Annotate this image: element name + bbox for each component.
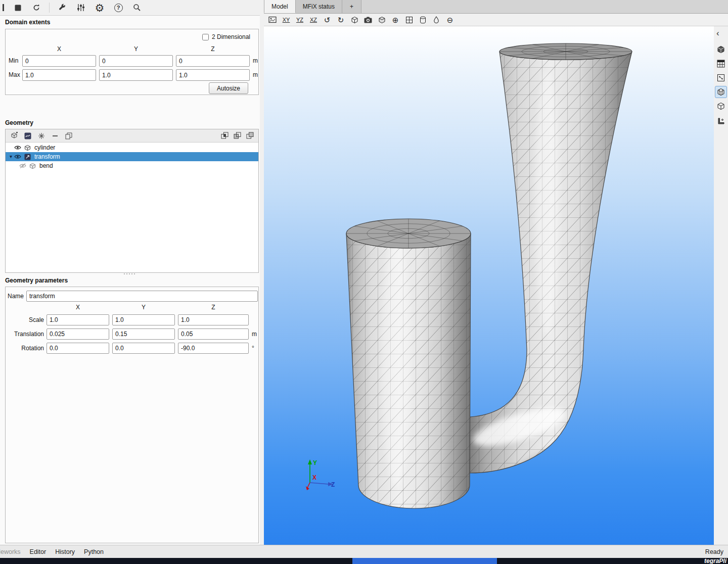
stl-geometry-icon (24, 145, 34, 151)
rail-ruler-button[interactable] (715, 115, 727, 127)
translation-x-input[interactable] (47, 328, 109, 340)
pause-button[interactable] (1, 2, 5, 14)
rotation-y-input[interactable] (112, 343, 175, 354)
circle-plus-icon: ⊕ (392, 16, 399, 24)
rail-geometry-button[interactable] (715, 43, 727, 56)
toggle-mesh-button[interactable] (404, 15, 414, 24)
translation-unit: m (252, 328, 257, 340)
stop-button[interactable] (12, 2, 24, 14)
name-label: Name (8, 291, 25, 302)
toggle-slice-button[interactable]: ⊖ (445, 15, 454, 24)
3d-model: Y X Z (264, 26, 714, 545)
scale-z-input[interactable] (178, 314, 249, 325)
tree-item-cylinder[interactable]: cylinder (6, 143, 258, 152)
two-dimensional-label: 2 Dimensional (212, 33, 250, 40)
remove-geometry-button[interactable] (51, 131, 60, 140)
boolean-union-button[interactable] (220, 131, 229, 140)
domain-min-z-input[interactable] (176, 55, 250, 67)
domain-max-z-input[interactable] (176, 69, 250, 81)
panel-splitter[interactable] (260, 0, 264, 545)
boolean-intersect-button[interactable] (233, 131, 242, 140)
parameters-button[interactable] (75, 2, 87, 14)
search-button[interactable] (131, 2, 143, 14)
statusbar-tab-python[interactable]: Python (84, 548, 104, 555)
visibility-hidden-eye-icon[interactable] (19, 163, 29, 168)
rail-box-icon (717, 102, 725, 110)
toggle-cylinder-button[interactable] (418, 15, 427, 24)
param-col-z: Z (178, 304, 249, 311)
stop-icon (15, 5, 21, 11)
rotation-z-input[interactable] (178, 343, 249, 354)
rail-table-button[interactable] (715, 58, 727, 70)
reset-icon (32, 4, 40, 12)
tab-add[interactable]: + (342, 0, 361, 13)
domain-min-x-input[interactable] (22, 55, 96, 67)
search-icon (133, 4, 141, 12)
splitter-handle[interactable] (124, 273, 135, 274)
domain-min-y-input[interactable] (99, 55, 173, 67)
rail-table-icon (717, 60, 725, 68)
toggle-fluid-button[interactable] (432, 15, 441, 24)
rotation-unit: ° (252, 343, 254, 354)
boolean-difference-button[interactable] (245, 131, 254, 140)
wrench-icon (58, 4, 66, 12)
domain-max-x-input[interactable] (22, 69, 96, 81)
copy-geometry-button[interactable] (64, 131, 73, 140)
statusbar-tab-nodeworks[interactable]: deworks (0, 548, 21, 555)
perspective-button[interactable] (350, 15, 359, 24)
rotate-cw-button[interactable]: ↻ (336, 15, 345, 24)
view-xz-button[interactable]: XZ (309, 15, 318, 24)
tree-item-bend[interactable]: bend (6, 161, 258, 170)
add-implicit-button[interactable] (23, 131, 32, 140)
rail-nodes-icon (717, 74, 725, 82)
rail-mesh-button[interactable] (715, 86, 727, 98)
two-dimensional-checkbox[interactable] (202, 34, 209, 40)
translation-z-input[interactable] (178, 328, 249, 340)
3d-viewport[interactable]: Y X Z (264, 26, 714, 545)
toggle-regions-button[interactable]: ⊕ (391, 15, 400, 24)
translation-y-input[interactable] (112, 328, 175, 340)
rotation-x-input[interactable] (47, 343, 109, 354)
tab-mfix-status[interactable]: MFiX status (296, 0, 342, 13)
expand-arrow-icon[interactable]: ▾ (10, 154, 12, 159)
visibility-eye-icon[interactable] (14, 145, 24, 150)
tab-model[interactable]: Model (264, 0, 296, 13)
statusbar-tab-history[interactable]: History (55, 548, 75, 555)
view-yz-button[interactable]: YZ (295, 15, 304, 24)
main-toolbar: ⚙ ? (0, 0, 260, 16)
help-button[interactable]: ? (112, 2, 124, 14)
rail-nodes-button[interactable] (715, 72, 727, 84)
view-xy-button[interactable]: XY (282, 15, 291, 24)
perspective-icon (351, 16, 358, 24)
transform-icon (24, 154, 34, 160)
viewport-tabbar: Model MFiX status + (264, 0, 728, 14)
add-geometry-button[interactable] (10, 131, 19, 140)
rotate-ccw-button[interactable]: ↺ (323, 15, 332, 24)
scale-x-input[interactable] (47, 314, 109, 325)
model-setup-panel: Domain extents 2 Dimensional X Y Z Min m… (0, 16, 260, 545)
geometry-title: Geometry (5, 119, 33, 126)
scale-y-input[interactable] (112, 314, 175, 325)
max-label: Max (9, 69, 20, 81)
visibility-eye-icon[interactable] (14, 154, 24, 159)
taskbar-active-app[interactable] (352, 558, 497, 564)
autosize-button[interactable]: Autosize (209, 82, 248, 94)
geometry-parameters-title: Geometry parameters (5, 277, 68, 284)
geometry-name-input[interactable] (26, 291, 258, 302)
add-procedural-button[interactable] (37, 131, 46, 140)
collapse-rail-button[interactable]: ‹ (716, 28, 719, 38)
tree-item-label: bend (39, 162, 53, 169)
toggle-geometry-button[interactable] (377, 15, 386, 24)
tree-item-transform[interactable]: ▾ transform (6, 152, 258, 161)
build-mesh-button[interactable] (56, 2, 68, 14)
reset-button[interactable] (30, 2, 42, 14)
domain-max-y-input[interactable] (99, 69, 173, 81)
circle-minus-icon: ⊖ (447, 16, 453, 24)
statusbar-tab-editor[interactable]: Editor (30, 548, 47, 555)
settings-button[interactable]: ⚙ (94, 2, 106, 14)
viewport-toolbar: XY YZ XZ ↺ ↻ ⊕ (264, 14, 728, 26)
rail-box-button[interactable] (715, 100, 727, 112)
toolbar-separator (49, 3, 50, 13)
camera-button[interactable] (363, 15, 373, 24)
screenshot-button[interactable] (268, 15, 277, 24)
